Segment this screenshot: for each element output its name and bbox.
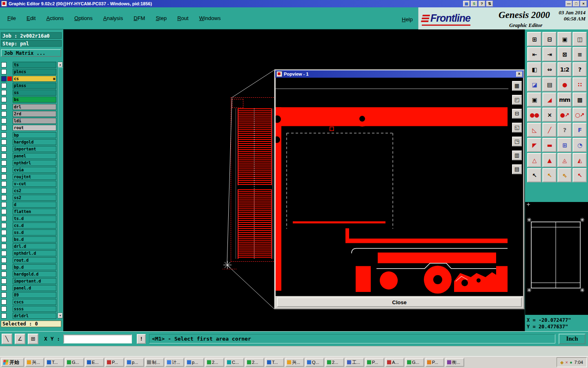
layer-row[interactable]: ssss [1,306,56,312]
taskbar-item[interactable]: P... [425,358,444,367]
layer-name-bar[interactable]: important [13,146,56,152]
layer-checkbox[interactable] [1,125,7,130]
layer-name-bar[interactable]: important.d [13,278,56,284]
layer-name-bar[interactable]: bs.d [13,236,56,242]
layer-checkbox[interactable] [1,230,7,235]
layer-name-bar[interactable]: drl.d [13,243,56,249]
taskbar-item[interactable]: 2... [245,358,264,367]
popview-canvas[interactable]: ▦ ◰ ⊟ ◱ ◳ ▥ ▤ [276,78,523,296]
layer-row[interactable]: flatten [1,209,56,215]
layer-name-bar[interactable]: ts.d [13,215,56,222]
start-button[interactable]: 开始 [1,358,24,367]
layer-row[interactable]: ss.d [1,229,56,236]
menu-item[interactable]: Options [74,15,93,21]
layer-checkbox[interactable] [1,244,7,249]
toolbar-button[interactable]: 1:2 [557,62,572,76]
layer-name-bar[interactable]: npthdrl [13,160,56,166]
toolbar-button[interactable]: ◬ [557,153,572,167]
layer-checkbox[interactable] [1,299,7,305]
layer-row[interactable]: hardgold.d [1,271,56,277]
toolbar-button[interactable]: mm [557,92,572,107]
toolbar-button[interactable]: ▲ [542,153,557,167]
taskbar-item[interactable]: G... [405,358,424,367]
layer-checkbox[interactable] [1,118,7,123]
taskbar-item[interactable]: p... [125,358,144,367]
toolbar-button[interactable]: ╱ [542,123,557,137]
layer-row[interactable]: important [1,146,56,152]
alert-button[interactable]: ! [137,334,146,344]
tray-icon[interactable]: × [565,360,568,365]
layer-name-bar[interactable]: cs ▦ [13,76,56,82]
toolbar-button[interactable]: ○↗ [572,108,587,122]
layer-row[interactable]: panel.d [1,285,56,291]
toolbar-button[interactable]: ▩ [572,92,587,107]
menu-item[interactable]: Step [156,15,167,21]
toolbar-button[interactable]: ⇤ [527,47,541,61]
layer-row[interactable]: bs [1,96,56,103]
layer-row[interactable]: drldrl [1,313,56,319]
layer-row[interactable]: cscs [1,299,56,305]
taskbar-item[interactable]: Q... [305,358,324,367]
taskbar-item[interactable]: P... [365,358,384,367]
titlebar-mini-button[interactable]: ⇅ [486,1,493,7]
toolbar-button[interactable]: ◧ [527,62,541,76]
layer-row[interactable]: drl [1,104,56,110]
layer-checkbox[interactable] [1,167,7,173]
menu-item-help[interactable]: Help [402,16,413,22]
layer-checkbox[interactable] [1,97,7,102]
taskbar-item[interactable]: 衡... [445,358,464,367]
scroll-up-icon[interactable]: ▲ [58,62,62,67]
xy-input[interactable] [63,334,132,343]
layer-row[interactable]: panel [1,153,56,159]
layer-row[interactable]: ss [1,90,56,96]
layer-checkbox[interactable] [1,62,7,67]
toolbar-button[interactable]: ↖ [572,168,587,182]
layer-name-bar[interactable]: npthdrl.d [13,250,56,256]
scrollbar-thumb[interactable] [58,67,63,313]
titlebar-mini-button[interactable]: S [471,1,477,7]
mode-button[interactable]: ∠ [15,334,25,344]
toolbar-button[interactable]: ↖ [527,168,541,182]
toolbar-button[interactable]: ? [572,62,587,76]
taskbar-item[interactable]: 2... [205,358,224,367]
layer-checkbox[interactable] [1,209,7,214]
layer-row[interactable]: 89 [1,292,56,298]
scroll-down-icon[interactable]: ▼ [58,313,62,318]
layer-name-bar[interactable]: hardgold [13,139,56,145]
layer-name-bar[interactable]: ts [13,62,56,68]
layer-checkbox[interactable] [1,292,7,298]
layer-checkbox[interactable] [1,202,7,207]
popview-tool-button[interactable]: ▦ [512,81,522,91]
popview-tool-button[interactable]: ⊟ [512,109,522,119]
layer-checkbox[interactable] [1,237,7,242]
layer-checkbox[interactable] [1,265,7,270]
layer-row[interactable]: rout [1,125,56,131]
taskbar-item[interactable]: 制... [145,358,164,367]
layer-checkbox[interactable] [1,195,7,200]
layer-checkbox[interactable] [1,313,7,319]
menu-item[interactable]: Actions [46,15,64,21]
layer-row[interactable]: ldi [1,118,56,124]
layer-name-bar[interactable]: hardgold.d [13,271,56,277]
toolbar-button[interactable]: ∷ [572,77,587,92]
taskbar-item[interactable]: T... [265,358,284,367]
toolbar-button[interactable]: ◤ [527,138,541,152]
layer-row[interactable]: plnss [1,83,56,89]
taskbar-item[interactable]: 工... [345,358,364,367]
layer-row[interactable]: bs.d [1,236,56,242]
toolbar-button[interactable]: ? [557,123,572,137]
menu-item[interactable]: File [7,15,16,21]
layer-row[interactable]: 2rd [1,111,56,117]
taskbar-item[interactable]: p... [185,358,204,367]
layer-row[interactable]: important.d [1,278,56,284]
layer-row[interactable]: plncs [1,69,56,75]
layer-row[interactable]: cvia [1,167,56,173]
toolbar-button[interactable]: ◫ [572,32,587,46]
toolbar-button[interactable]: F [572,123,587,137]
menu-item[interactable]: Edit [27,15,36,21]
layer-name-bar[interactable]: rout [13,125,56,131]
taskbar-item[interactable]: P... [105,358,124,367]
layer-name-bar[interactable]: rout.d [13,257,56,263]
layer-row[interactable]: cs.d [1,222,56,229]
layer-name-bar[interactable]: cscs [13,299,56,305]
